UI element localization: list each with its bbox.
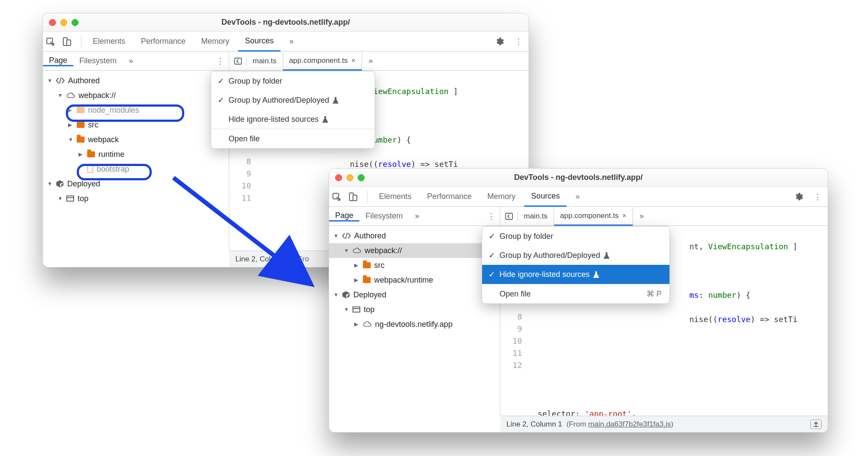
- svg-rect-3: [235, 58, 241, 64]
- tree-netlify-domain[interactable]: ▶ ng-devtools.netlify.app: [329, 317, 500, 332]
- close-icon[interactable]: ×: [622, 212, 627, 220]
- cube-icon: [342, 291, 350, 299]
- kebab-icon[interactable]: ⋮: [810, 192, 825, 202]
- file-tree[interactable]: ▼ Authored ▼ webpack:// ▶ node_modules ▶…: [43, 71, 229, 251]
- tab-memory[interactable]: Memory: [194, 32, 236, 51]
- close-icon[interactable]: [335, 174, 342, 181]
- check-icon: ✓: [489, 251, 495, 260]
- file-tab-app-component[interactable]: app.component.ts ×: [554, 207, 633, 226]
- from-source: (Fro: [296, 255, 309, 264]
- window-icon: [66, 195, 74, 202]
- menu-open-file[interactable]: Open file ⌘ P: [482, 284, 669, 303]
- inspect-icon[interactable]: [332, 192, 346, 202]
- tab-elements[interactable]: Elements: [86, 32, 132, 51]
- check-icon: ✓: [489, 231, 495, 241]
- tree-src[interactable]: ▶ src: [329, 258, 500, 273]
- nav-back-icon[interactable]: [229, 57, 247, 65]
- nav-back-icon[interactable]: [500, 212, 518, 221]
- tree-authored[interactable]: ▼ Authored: [43, 73, 229, 88]
- devtools-window-2: DevTools - ng-devtools.netlify.app/ Elem…: [329, 168, 828, 433]
- from-source: (From main.da63f7b2fe3f1fa3.js): [567, 420, 674, 429]
- inspect-icon[interactable]: [46, 37, 60, 46]
- tree-deployed[interactable]: ▼ Deployed: [43, 176, 229, 191]
- tree-bootstrap[interactable]: ▶ bootstrap: [43, 162, 229, 176]
- tab-elements[interactable]: Elements: [372, 187, 418, 206]
- menu-hide-ignore-listed[interactable]: ✓ Hide ignore-listed sources: [482, 265, 669, 284]
- traffic-lights: [335, 174, 365, 181]
- zoom-icon[interactable]: [358, 174, 365, 181]
- tab-performance[interactable]: Performance: [420, 187, 479, 206]
- menu-hide-ignore-listed[interactable]: Hide ignore-listed sources: [211, 110, 375, 129]
- gear-icon[interactable]: [495, 37, 509, 46]
- subtabs-overflow[interactable]: »: [123, 56, 139, 65]
- tabs-overflow[interactable]: »: [282, 32, 300, 51]
- menu-group-by-authored-deployed[interactable]: ✓ Group by Authored/Deployed: [482, 246, 669, 265]
- tree-top[interactable]: ▼ top: [43, 191, 229, 206]
- tab-sources[interactable]: Sources: [238, 32, 281, 52]
- minimize-icon[interactable]: [346, 174, 353, 181]
- tab-performance[interactable]: Performance: [134, 32, 193, 51]
- folder-icon: [77, 137, 85, 143]
- more-options-icon[interactable]: ⋮: [212, 56, 229, 66]
- tabs-overflow[interactable]: »: [568, 187, 587, 206]
- subtab-page[interactable]: Page: [329, 211, 359, 221]
- more-options-icon[interactable]: ⋮: [483, 212, 500, 221]
- cloud-icon: [352, 247, 361, 254]
- folder-icon: [363, 262, 371, 268]
- tree-deployed[interactable]: ▼ Deployed: [329, 287, 500, 302]
- menu-open-file[interactable]: Open file: [211, 129, 375, 148]
- zoom-icon[interactable]: [72, 19, 78, 26]
- file-tab-main[interactable]: main.ts: [247, 52, 283, 70]
- device-toggle-icon[interactable]: [348, 192, 363, 202]
- subtab-page[interactable]: Page: [43, 56, 73, 66]
- tree-runtime[interactable]: ▶ runtime: [43, 147, 229, 162]
- folder-icon: [77, 122, 85, 128]
- tab-sources[interactable]: Sources: [524, 187, 567, 207]
- file-tabs-overflow[interactable]: »: [362, 56, 379, 65]
- kebab-icon[interactable]: ⋮: [511, 37, 526, 46]
- top-toolbar: Elements Performance Memory Sources » ⋮: [43, 32, 529, 52]
- tree-authored[interactable]: ▼ Authored: [329, 228, 500, 243]
- tree-node-modules[interactable]: ▶ node_modules: [43, 103, 229, 117]
- menu-group-by-folder[interactable]: ✓ Group by folder: [482, 227, 669, 246]
- traffic-lights: [49, 19, 78, 26]
- top-toolbar: Elements Performance Memory Sources » ⋮: [329, 187, 828, 207]
- tree-webpack-scheme[interactable]: ▼ webpack://: [329, 243, 500, 258]
- menu-group-by-authored-deployed[interactable]: ✓ Group by Authored/Deployed: [211, 91, 375, 110]
- source-map-link[interactable]: main.da63f7b2fe3f1fa3.js: [588, 420, 671, 428]
- sources-subbar: Page Filesystem » ⋮ main.ts app.componen…: [329, 207, 828, 226]
- tree-webpack-runtime[interactable]: ▶ webpack/runtime: [329, 273, 500, 287]
- file-tab-main[interactable]: main.ts: [518, 207, 554, 225]
- gear-icon[interactable]: [794, 192, 809, 202]
- menu-group-by-folder[interactable]: ✓ Group by folder: [211, 72, 375, 91]
- show-source-icon[interactable]: [810, 420, 822, 429]
- close-icon[interactable]: [49, 19, 56, 26]
- file-tree[interactable]: ▼ Authored ▼ webpack:// ▶ src ▶ webpack/…: [329, 226, 500, 416]
- device-toggle-icon[interactable]: [62, 37, 77, 46]
- tree-webpack-scheme[interactable]: ▼ webpack://: [43, 88, 229, 103]
- close-icon[interactable]: ×: [351, 56, 356, 65]
- svg-rect-2: [67, 40, 71, 46]
- subtab-filesystem[interactable]: Filesystem: [359, 212, 409, 221]
- tree-webpack-folder[interactable]: ▼ webpack: [43, 132, 229, 147]
- subtabs-overflow[interactable]: »: [409, 212, 425, 221]
- file-tabs-overflow[interactable]: »: [633, 212, 650, 221]
- context-menu[interactable]: ✓ Group by folder ✓ Group by Authored/De…: [482, 226, 670, 304]
- svg-rect-9: [353, 195, 357, 201]
- subtab-filesystem[interactable]: Filesystem: [73, 56, 123, 65]
- tree-top[interactable]: ▼ top: [329, 302, 500, 317]
- tree-src[interactable]: ▶ src: [43, 117, 229, 132]
- titlebar: DevTools - ng-devtools.netlify.app/: [43, 13, 529, 32]
- sources-subbar: Page Filesystem » ⋮ main.ts app.componen…: [43, 52, 529, 71]
- folder-icon: [77, 107, 85, 113]
- file-tab-app-component[interactable]: app.component.ts ×: [283, 52, 362, 71]
- cursor-position: Line 2, Column 1: [235, 255, 291, 264]
- minimize-icon[interactable]: [60, 19, 67, 26]
- svg-rect-10: [506, 213, 512, 219]
- flask-icon: [593, 271, 599, 278]
- cloud-icon: [363, 321, 372, 328]
- tab-memory[interactable]: Memory: [480, 187, 522, 206]
- window-title: DevTools - ng-devtools.netlify.app/: [43, 18, 529, 27]
- context-menu[interactable]: ✓ Group by folder ✓ Group by Authored/De…: [211, 71, 375, 149]
- titlebar: DevTools - ng-devtools.netlify.app/: [329, 169, 828, 187]
